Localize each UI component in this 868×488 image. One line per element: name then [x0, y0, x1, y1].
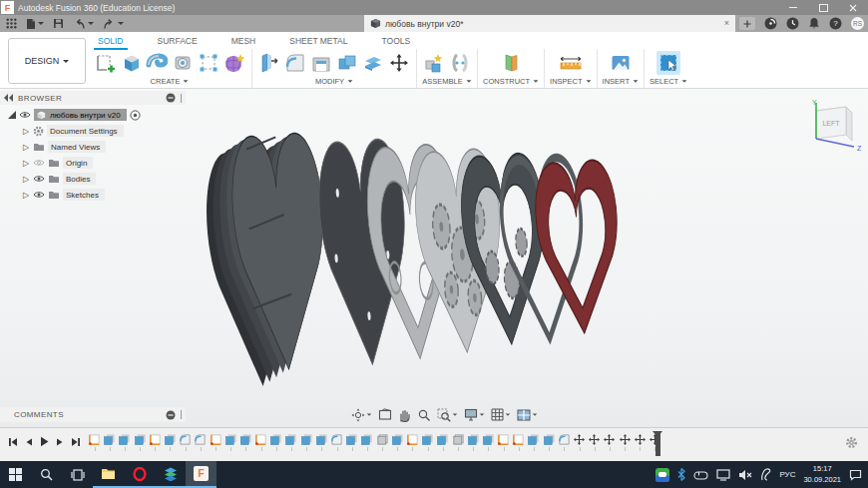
eye-visible-icon[interactable]: [19, 111, 31, 119]
extrude-feature[interactable]: [300, 433, 313, 446]
eye-visible-icon[interactable]: [33, 191, 45, 199]
tab-solid[interactable]: SOLID: [94, 35, 128, 50]
app-grid-icon[interactable]: [6, 18, 17, 29]
move-feature[interactable]: [588, 433, 601, 446]
viewports-icon[interactable]: [517, 409, 538, 421]
go-to-start-icon[interactable]: [8, 437, 18, 447]
fusion-360-taskbar-button[interactable]: F: [186, 461, 217, 488]
browser-item-bodies[interactable]: ▷ Bodies: [22, 171, 200, 187]
expand-triangle-icon[interactable]: ▷: [22, 175, 30, 184]
tab-surface[interactable]: SURFACE: [154, 35, 202, 50]
eye-hidden-icon[interactable]: [33, 159, 45, 167]
mouse-device-icon[interactable]: [693, 470, 708, 480]
sketch-feature[interactable]: [210, 433, 222, 446]
zoom-icon[interactable]: [417, 408, 431, 422]
task-view-button[interactable]: [62, 461, 93, 488]
expand-triangle-icon[interactable]: ▷: [22, 143, 30, 152]
layers-app-button[interactable]: [155, 461, 186, 488]
start-button[interactable]: [0, 461, 31, 488]
new-tab-button[interactable]: [739, 17, 755, 30]
extrude-feature[interactable]: [164, 433, 177, 446]
measure-icon[interactable]: [559, 51, 583, 75]
sketch-feature[interactable]: [406, 433, 419, 446]
chat-app-icon[interactable]: [655, 468, 669, 482]
pattern-icon[interactable]: [197, 51, 220, 75]
extrude-feature[interactable]: [436, 433, 449, 446]
pan-icon[interactable]: [398, 408, 411, 422]
box-feature[interactable]: [376, 433, 389, 446]
tab-mesh[interactable]: MESH: [227, 35, 260, 50]
notification-center-icon[interactable]: [849, 469, 862, 481]
browser-root-item[interactable]: любовь внутри v20: [34, 109, 127, 121]
extrude-feature[interactable]: [103, 433, 116, 446]
fillet-feature[interactable]: [558, 433, 571, 446]
expand-triangle-icon[interactable]: ▷: [22, 159, 30, 168]
new-component-icon[interactable]: [422, 51, 446, 75]
zoom-window-icon[interactable]: [437, 408, 458, 422]
box-feature[interactable]: [452, 433, 465, 446]
file-explorer-button[interactable]: [93, 461, 124, 488]
extrude-feature[interactable]: [467, 433, 480, 446]
move-feature[interactable]: [634, 433, 647, 446]
language-indicator[interactable]: РУС: [779, 470, 795, 479]
extrude-feature[interactable]: [284, 433, 297, 446]
extrude-feature[interactable]: [345, 433, 358, 446]
activate-radio-icon[interactable]: [130, 110, 141, 121]
eye-visible-icon[interactable]: [33, 175, 45, 183]
assemble-menu[interactable]: ASSEMBLE: [422, 77, 471, 86]
save-icon[interactable]: [53, 18, 64, 29]
extrude-feature[interactable]: [224, 433, 237, 446]
go-to-end-icon[interactable]: [71, 437, 81, 447]
bluetooth-icon[interactable]: [677, 468, 685, 481]
sketch-feature[interactable]: [149, 433, 162, 446]
volume-muted-icon[interactable]: [738, 469, 752, 481]
sweep-icon[interactable]: [145, 51, 169, 75]
expand-triangle-icon[interactable]: ▷: [22, 127, 30, 136]
expand-triangle-icon[interactable]: ▷: [22, 191, 30, 200]
tab-sheet-metal[interactable]: SHEET METAL: [285, 35, 351, 50]
fillet-icon[interactable]: [283, 51, 307, 75]
model-canvas[interactable]: BROWSER любовь внутри v20 ▷ Document Set…: [0, 89, 868, 427]
step-back-icon[interactable]: [25, 437, 33, 447]
redo-icon[interactable]: [103, 18, 124, 30]
browser-item-sketches[interactable]: ▷ Sketches: [22, 187, 200, 203]
extrude-feature[interactable]: [360, 433, 373, 446]
view-cube[interactable]: LEFT Y Z: [802, 97, 866, 163]
sketch-feature[interactable]: [88, 433, 101, 446]
create-form-icon[interactable]: [222, 51, 246, 75]
create-menu[interactable]: CREATE: [151, 77, 190, 86]
play-icon[interactable]: [40, 436, 49, 447]
shell-icon[interactable]: [309, 51, 333, 75]
select-menu[interactable]: SELECT: [650, 77, 687, 86]
modify-menu[interactable]: MODIFY: [315, 77, 353, 86]
press-pull-icon[interactable]: [257, 51, 281, 75]
extrude-feature[interactable]: [543, 433, 556, 446]
revolve-icon[interactable]: [171, 51, 195, 75]
display-settings-icon[interactable]: [464, 408, 485, 421]
construct-menu[interactable]: CONSTRUCT: [483, 77, 539, 86]
file-new-icon[interactable]: [26, 18, 44, 30]
move-copy-icon[interactable]: [387, 51, 411, 75]
clock[interactable]: 15:17 30.09.2021: [803, 464, 841, 484]
expanded-triangle-icon[interactable]: [8, 111, 16, 119]
close-button[interactable]: [838, 0, 868, 15]
document-tab[interactable]: любовь внутри v20* ×: [364, 15, 735, 32]
workspace-design-button[interactable]: DESIGN: [8, 38, 86, 84]
joint-icon[interactable]: [448, 51, 472, 75]
maximize-button[interactable]: [808, 0, 838, 15]
construct-plane-icon[interactable]: [499, 51, 523, 75]
search-button[interactable]: [31, 461, 62, 488]
browser-item-origin[interactable]: ▷ Origin: [22, 155, 200, 171]
sketch-feature[interactable]: [254, 433, 267, 446]
fillet-feature[interactable]: [194, 433, 207, 446]
timeline-playhead[interactable]: [655, 431, 660, 456]
panel-grip[interactable]: [181, 410, 183, 419]
notifications-bell-icon[interactable]: [808, 17, 820, 30]
fillet-feature[interactable]: [330, 433, 343, 446]
move-feature[interactable]: [619, 433, 632, 446]
display-connect-icon[interactable]: [716, 469, 730, 481]
grid-display-icon[interactable]: [491, 408, 511, 421]
extrude-feature[interactable]: [269, 433, 282, 446]
browser-item-document-settings[interactable]: ▷ Document Settings: [22, 123, 200, 139]
sketch-feature[interactable]: [497, 433, 510, 446]
